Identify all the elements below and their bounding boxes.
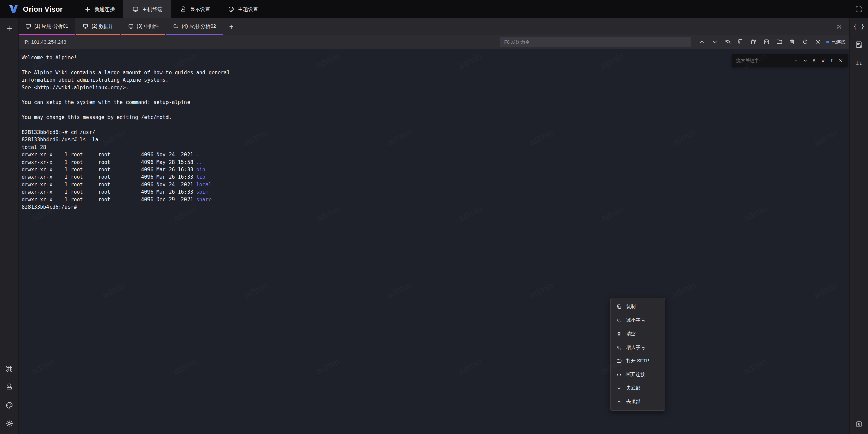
context-menu-item-减小字号[interactable]: 减小字号 bbox=[611, 314, 665, 327]
terminal-line: drwxr-xr-x 1 root root 4096 Mar 26 16:33… bbox=[22, 166, 846, 173]
context-menu-item-打开 SFTP[interactable]: 打开 SFTP bbox=[611, 354, 665, 368]
monitor-icon bbox=[25, 23, 31, 29]
terminal-line: See <http://wiki.alpinelinux.org/>. bbox=[22, 84, 846, 91]
terminal-line: The Alpine Wiki contains a large amount … bbox=[22, 69, 846, 76]
tab-1[interactable]: (1) 应用-分析01 bbox=[19, 18, 75, 35]
shortcuts-button[interactable] bbox=[3, 362, 15, 375]
fullscreen-icon bbox=[855, 5, 863, 13]
search-list-button[interactable] bbox=[724, 38, 732, 46]
terminal-line: 828133bb4cd6:/usr# ls -la bbox=[22, 136, 846, 144]
topbar-menu-主题设置[interactable]: 主题设置 bbox=[219, 0, 267, 18]
connection-status: 已连接 bbox=[826, 39, 846, 45]
terminal-line: drwxr-xr-x 1 root root 4096 May 28 15:58… bbox=[22, 158, 846, 166]
terminal-line: You can setup the system with the comman… bbox=[22, 99, 846, 106]
trash-button[interactable] bbox=[788, 38, 796, 46]
topbar: Orion Visor 新建连接主机终端显示设置主题设置 bbox=[0, 0, 868, 18]
power-button[interactable] bbox=[801, 38, 809, 46]
left-sidebar bbox=[0, 18, 19, 434]
chevron-up-icon bbox=[616, 399, 622, 404]
folder-icon bbox=[173, 23, 179, 29]
context-menu-item-断开连接[interactable]: 断开连接 bbox=[611, 368, 665, 381]
context-menu-item-复制[interactable]: 复制 bbox=[611, 300, 665, 314]
send-command-input[interactable] bbox=[500, 37, 691, 47]
topbar-menu-主机终端[interactable]: 主机终端 bbox=[123, 0, 171, 18]
topbar-menu-新建连接[interactable]: 新建连接 bbox=[76, 0, 123, 18]
status-label: 已连接 bbox=[832, 39, 846, 45]
context-menu-item-清空[interactable]: 清空 bbox=[611, 327, 665, 341]
zoom-in-icon bbox=[616, 345, 622, 350]
search-buttons: AWI bbox=[793, 57, 844, 64]
terminal-line: drwxr-xr-x 1 root root 4096 Nov 24 2021 … bbox=[22, 181, 846, 188]
terminal-line: drwxr-xr-x 1 root root 4096 Mar 26 16:33… bbox=[22, 188, 846, 196]
new-connection-button[interactable] bbox=[3, 22, 15, 34]
chevron-down-button[interactable] bbox=[711, 38, 719, 46]
add-tab-button[interactable]: + bbox=[223, 18, 239, 35]
search-input[interactable] bbox=[736, 58, 793, 63]
monitor-icon bbox=[132, 6, 139, 13]
terminal-line: drwxr-xr-x 1 root root 4096 Mar 26 16:33… bbox=[22, 173, 846, 181]
tab-3[interactable]: (3) 中间件 bbox=[121, 18, 165, 35]
folder-button[interactable] bbox=[775, 38, 784, 46]
terminal-context-menu: 复制减小字号清空增大字号打开 SFTP断开连接去底部去顶部 bbox=[610, 298, 665, 411]
palette-icon bbox=[228, 6, 234, 13]
terminal-search-overlay: AWI bbox=[732, 54, 848, 67]
terminal-line bbox=[22, 61, 846, 69]
search-next-button[interactable] bbox=[802, 57, 809, 64]
settings-button[interactable] bbox=[3, 417, 15, 430]
trash-icon bbox=[616, 331, 622, 337]
tab-label: (3) 中间件 bbox=[137, 23, 159, 30]
terminal-line: information about administrating Alpine … bbox=[22, 76, 846, 84]
context-menu-label: 打开 SFTP bbox=[626, 358, 649, 364]
code-block-button[interactable] bbox=[763, 38, 771, 46]
topbar-menu: 新建连接主机终端显示设置主题设置 bbox=[76, 0, 267, 18]
terminal-line: 828133bb4cd6:/usr# bbox=[22, 203, 846, 211]
copy-button[interactable] bbox=[737, 38, 745, 46]
tab-bar: (1) 应用-分析01(2) 数据库(3) 中间件(4) 应用-分析02 + bbox=[19, 18, 849, 35]
terminal-line: 828133bb4cd6:~# cd /usr/ bbox=[22, 129, 846, 136]
paste-button[interactable] bbox=[750, 38, 758, 46]
whole-word-button[interactable]: W bbox=[819, 57, 827, 64]
terminal-screen[interactable]: Welcome to Alpine! The Alpine Wiki conta… bbox=[19, 49, 849, 434]
search-prev-button[interactable] bbox=[793, 57, 800, 64]
tab-4[interactable]: (4) 应用-分析02 bbox=[166, 18, 223, 35]
chevron-up-button[interactable] bbox=[698, 38, 706, 46]
close-all-tabs-button[interactable] bbox=[833, 21, 845, 33]
sort-order-button[interactable]: 1↓ bbox=[853, 57, 865, 69]
tab-label: (4) 应用-分析02 bbox=[182, 23, 216, 30]
copy-icon bbox=[616, 304, 622, 309]
terminal-line bbox=[22, 91, 846, 99]
plus-icon bbox=[84, 6, 91, 13]
tab-label: (2) 数据库 bbox=[92, 23, 114, 30]
variables-button[interactable]: { } bbox=[853, 20, 865, 32]
terminal-line: Welcome to Alpine! bbox=[22, 54, 846, 61]
topbar-menu-label: 新建连接 bbox=[94, 6, 115, 13]
topbar-menu-label: 主机终端 bbox=[142, 6, 162, 13]
topbar-menu-显示设置[interactable]: 显示设置 bbox=[171, 0, 219, 18]
context-menu-label: 断开连接 bbox=[626, 372, 645, 378]
search-close-button[interactable] bbox=[837, 57, 844, 64]
context-menu-item-去顶部[interactable]: 去顶部 bbox=[611, 395, 665, 409]
regex-button[interactable]: I bbox=[828, 57, 835, 64]
tab-2[interactable]: (2) 数据库 bbox=[76, 18, 120, 35]
terminal-line: total 28 bbox=[22, 144, 846, 151]
terminal-line: drwxr-xr-x 1 root root 4096 Dec 29 2021 … bbox=[22, 196, 846, 203]
context-menu-item-去底部[interactable]: 去底部 bbox=[611, 381, 665, 395]
zoom-out-icon bbox=[616, 318, 622, 323]
context-menu-label: 去顶部 bbox=[626, 399, 640, 405]
right-sidebar: { }1↓ bbox=[849, 18, 868, 434]
context-menu-label: 清空 bbox=[626, 331, 636, 337]
match-case-button[interactable]: A bbox=[810, 57, 818, 64]
display-settings-button[interactable] bbox=[3, 381, 15, 393]
host-toolbar bbox=[698, 38, 822, 46]
main-area: (1) 应用-分析01(2) 数据库(3) 中间件(4) 应用-分析02 + I… bbox=[19, 18, 849, 434]
context-menu-item-增大字号[interactable]: 增大字号 bbox=[611, 341, 665, 354]
snippets-button[interactable] bbox=[853, 38, 865, 51]
close-button[interactable] bbox=[814, 38, 822, 46]
screenshot-button[interactable] bbox=[853, 417, 865, 430]
fullscreen-button[interactable] bbox=[853, 3, 865, 15]
host-bar: IP: 101.43.254.243 已连接 bbox=[19, 35, 849, 49]
tab-label: (1) 应用-分析01 bbox=[34, 23, 68, 30]
terminal-line: You may change this message by editing /… bbox=[22, 114, 846, 121]
context-menu-label: 增大字号 bbox=[626, 344, 645, 351]
theme-settings-button[interactable] bbox=[3, 399, 15, 411]
